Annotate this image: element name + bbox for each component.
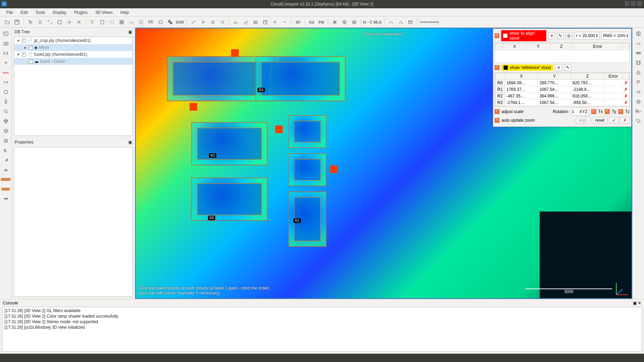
dbtree-undock-icon[interactable]: ▣ bbox=[128, 29, 132, 34]
checkbox[interactable] bbox=[29, 59, 33, 63]
shield-icon[interactable] bbox=[98, 18, 107, 27]
register-icon[interactable] bbox=[137, 18, 146, 27]
flag-icon[interactable] bbox=[634, 78, 643, 87]
menu-edit[interactable]: Edit bbox=[17, 9, 31, 16]
globe2-icon[interactable] bbox=[350, 18, 359, 27]
console-undock-icon[interactable]: ▣ bbox=[633, 301, 637, 305]
checkbox[interactable] bbox=[22, 52, 26, 57]
front-label-icon[interactable]: FRONT bbox=[1, 175, 10, 184]
layers-icon[interactable] bbox=[208, 18, 217, 27]
noise-icon[interactable] bbox=[107, 18, 116, 27]
sf-button[interactable]: SF bbox=[294, 18, 303, 27]
menu-plugins[interactable]: Plugins bbox=[70, 9, 91, 16]
checkbox[interactable] bbox=[22, 38, 26, 43]
ref-edit-icon[interactable]: ✎ bbox=[564, 64, 571, 71]
arrows-icon[interactable] bbox=[1, 78, 10, 87]
rotation-select[interactable]: ▴▾XYZ bbox=[571, 108, 589, 115]
expand-icon[interactable] bbox=[45, 18, 54, 27]
mls-button[interactable]: MLS bbox=[373, 18, 382, 27]
tree-row-cloud[interactable]: ▸ ☁ fused - Cloud bbox=[14, 58, 132, 65]
cube-top-icon[interactable] bbox=[1, 117, 10, 126]
adjust-scale-checkbox[interactable] bbox=[495, 109, 499, 114]
checker-icon[interactable] bbox=[166, 18, 175, 27]
tz-checkbox[interactable] bbox=[618, 109, 623, 114]
point-label-r1[interactable]: R1 bbox=[294, 218, 301, 223]
classify-button[interactable]: Classify bbox=[429, 18, 438, 27]
menu-file[interactable]: File bbox=[3, 9, 16, 16]
sor-button[interactable]: SOR bbox=[175, 18, 184, 27]
list-icon[interactable] bbox=[36, 18, 45, 27]
sphere-icon[interactable] bbox=[156, 18, 165, 27]
rms-input[interactable]: RMS < 10%▴▾ bbox=[601, 32, 630, 40]
dbtree-body[interactable]: ▾ 📄 gt_crop.ply (/home/silence401) ▸ ◈ M… bbox=[14, 37, 133, 136]
close-button[interactable] bbox=[637, 1, 642, 6]
frame-icon[interactable] bbox=[55, 18, 64, 27]
kd-button[interactable]: Kd bbox=[307, 18, 316, 27]
tx-checkbox[interactable] bbox=[591, 109, 596, 114]
snapshot-icon[interactable] bbox=[1, 39, 10, 48]
cancel-button[interactable]: ✗ bbox=[620, 117, 630, 124]
cube-iso-icon[interactable] bbox=[1, 126, 10, 135]
point-label-r0[interactable]: R0 bbox=[208, 216, 215, 220]
move-icon[interactable] bbox=[1, 97, 10, 106]
delete-row-icon[interactable]: ✗ bbox=[623, 100, 629, 106]
expander-icon[interactable]: ▾ bbox=[16, 52, 20, 57]
expander-icon[interactable]: ▾ bbox=[16, 38, 20, 43]
maximize-button[interactable] bbox=[631, 1, 636, 6]
curve-icon[interactable] bbox=[386, 18, 395, 27]
measure-icon[interactable] bbox=[189, 18, 198, 27]
points-icon[interactable] bbox=[88, 18, 97, 27]
envelope-icon[interactable] bbox=[406, 18, 415, 27]
tag-icon[interactable] bbox=[634, 117, 643, 126]
plus-icon[interactable] bbox=[1, 58, 10, 67]
cube-left-icon[interactable] bbox=[1, 146, 10, 155]
scatter-icon[interactable] bbox=[396, 18, 405, 27]
3d-viewport[interactable]: [Point-pair registration] R0 R1 R2 R3 Pi… bbox=[135, 28, 632, 299]
ref-list-icon[interactable]: ≡ bbox=[555, 64, 562, 71]
properties-body[interactable] bbox=[14, 147, 133, 297]
point-label-r3[interactable]: R3 bbox=[258, 88, 265, 92]
table-row[interactable]: R01694.39…289.770…820.793…✗ bbox=[495, 80, 629, 86]
cube-right-icon[interactable] bbox=[1, 155, 10, 164]
stats-icon[interactable] bbox=[241, 18, 250, 27]
align-edit-icon[interactable]: ✎ bbox=[557, 32, 564, 39]
show-ref-checkbox[interactable] bbox=[495, 65, 499, 70]
align-table[interactable]: X Y Z Error bbox=[495, 43, 630, 63]
table-row[interactable]: R11769.37…1067.54…-2148.6…✗ bbox=[495, 86, 629, 93]
auto-zoom-label[interactable]: auto update zoom bbox=[495, 118, 535, 123]
remove-icon[interactable] bbox=[280, 18, 289, 27]
zoom-icon[interactable] bbox=[1, 107, 10, 116]
film-icon[interactable] bbox=[634, 58, 643, 67]
gauge-icon[interactable] bbox=[634, 39, 643, 48]
one-to-one-icon[interactable]: 1:1 bbox=[1, 49, 10, 58]
expander-icon[interactable]: ▸ bbox=[23, 45, 27, 50]
table-row[interactable]: R3-2784.1…1067.54…-855.50…✗ bbox=[495, 100, 629, 106]
mesh-icon[interactable] bbox=[330, 18, 339, 27]
show-align-checkbox[interactable] bbox=[495, 33, 499, 38]
view-image-icon[interactable] bbox=[1, 29, 10, 38]
table-row[interactable]: R2-467.35…384.999…816.058…✗ bbox=[495, 93, 629, 100]
open-icon[interactable] bbox=[3, 18, 12, 27]
back-label-icon[interactable]: BACK bbox=[1, 184, 10, 193]
delete-row-icon[interactable]: ✗ bbox=[623, 80, 629, 86]
align-target-icon[interactable]: ◎ bbox=[566, 32, 572, 39]
sample-icon[interactable] bbox=[127, 18, 136, 27]
delete-row-icon[interactable]: ✗ bbox=[623, 93, 629, 100]
camera-icon[interactable] bbox=[251, 18, 260, 27]
cube-front-icon[interactable] bbox=[1, 136, 10, 145]
north-icon[interactable]: N↗ bbox=[634, 107, 643, 116]
stereo-icon[interactable] bbox=[1, 194, 10, 203]
translate-icon[interactable] bbox=[65, 18, 74, 27]
globe-icon[interactable] bbox=[340, 18, 349, 27]
menu-3dviews[interactable]: 3D Views bbox=[92, 9, 116, 16]
menu-display[interactable]: Display bbox=[49, 9, 70, 16]
tree-row-mesh[interactable]: ▸ ◈ Mesh bbox=[14, 44, 132, 51]
histogram-icon[interactable] bbox=[232, 18, 241, 27]
ty-checkbox[interactable] bbox=[605, 109, 610, 114]
cube-bottom-icon[interactable] bbox=[1, 165, 10, 174]
properties-undock-icon[interactable]: ▣ bbox=[128, 140, 132, 145]
ruler-icon[interactable] bbox=[634, 49, 643, 58]
menu-tools[interactable]: Tools bbox=[32, 9, 49, 16]
menu-help[interactable]: Help bbox=[117, 9, 132, 16]
reset-button[interactable]: reset bbox=[592, 117, 608, 124]
